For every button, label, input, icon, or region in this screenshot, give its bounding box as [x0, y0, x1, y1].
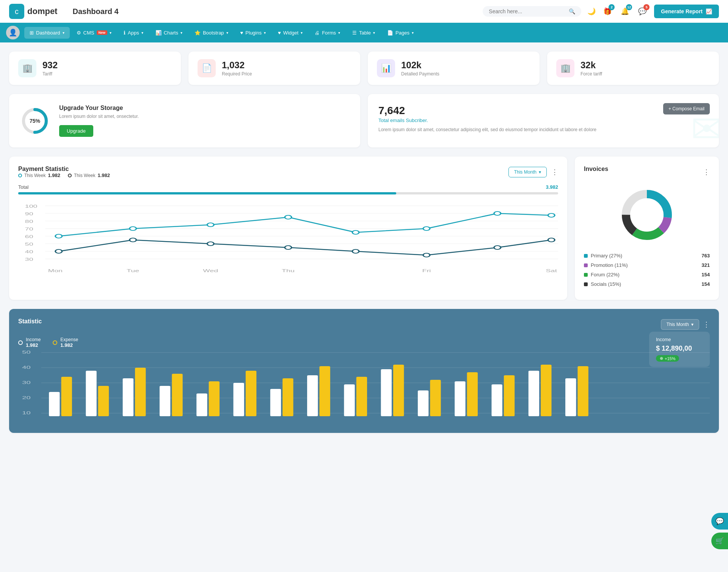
payments-label: Detalled Payments [401, 71, 439, 77]
nav-item-charts[interactable]: 📊 Charts ▾ [150, 27, 188, 39]
svg-point-33 [548, 238, 555, 242]
chevron-down-icon-bootstrap: ▾ [226, 31, 228, 35]
more-options-button[interactable]: ⋮ [551, 168, 558, 176]
legend-num-promotion: 321 [701, 262, 710, 268]
email-bg-icon: ✉ [691, 107, 719, 147]
charts-icon: 📊 [155, 30, 162, 36]
search-icon: 🔍 [569, 8, 575, 14]
nav-item-apps[interactable]: ℹ Apps ▾ [118, 27, 149, 39]
chevron-down-icon-plugins: ▾ [264, 31, 266, 35]
svg-point-26 [55, 249, 62, 253]
svg-rect-80 [491, 384, 502, 416]
stat-info-price: 1,032 Required Price [222, 60, 252, 77]
cms-icon: ⚙ [77, 30, 81, 36]
legend-label-socials: Socials (15%) [591, 281, 621, 287]
chevron-down-icon-table: ▾ [373, 31, 375, 35]
svg-rect-65 [209, 381, 220, 416]
nav-item-plugins[interactable]: ♥ Plugins ▾ [235, 27, 271, 39]
nav-item-forms[interactable]: 🖨 Forms ▾ [309, 27, 345, 39]
legend-label-primary: Primary (27%) [591, 253, 622, 259]
bottom-chart-header: Statistic This Month ▾ ⋮ [18, 318, 710, 331]
income-legend-value: 1.982 [26, 342, 41, 348]
stat-card-price: 📄 1,032 Required Price [188, 52, 360, 85]
storage-info: Upgrade Your Storage Lorem ipsum dolor s… [59, 105, 139, 137]
svg-rect-72 [344, 384, 355, 416]
header: c dompet Dashboard 4 🔍 🌙 🎁 2 🔔 12 💬 5 Ge… [0, 0, 728, 23]
svg-text:Tue: Tue [127, 268, 139, 273]
force-label: Force tariff [581, 71, 602, 77]
svg-point-27 [130, 238, 136, 242]
logo[interactable]: c dompet [9, 4, 57, 19]
svg-text:20: 20 [22, 396, 31, 400]
expense-legend-item: Expense 1.982 [53, 337, 78, 348]
search-bar[interactable]: 🔍 [483, 6, 581, 17]
chevron-down-icon-month: ▾ [539, 169, 541, 175]
notification-button[interactable]: 🔔 12 [619, 6, 631, 17]
legend-left-promotion: Promotion (11%) [584, 262, 628, 268]
generate-report-button[interactable]: Generate Report 📈 [654, 5, 719, 18]
legend-square-promotion [584, 263, 588, 267]
invoices-more-button[interactable]: ⋮ [703, 168, 710, 176]
page-title: Dashboard 4 [72, 7, 483, 16]
stat-info-tariff: 932 Tariff [42, 60, 58, 77]
legend-square-forum [584, 273, 588, 277]
legend-label-1: This Week [24, 173, 46, 178]
nav-label-forms: Forms [322, 30, 336, 36]
nav-label-cms: CMS [83, 30, 94, 36]
this-month-button[interactable]: This Month ▾ [508, 167, 547, 177]
legend-row-forum: Forum (22%) 154 [584, 272, 710, 277]
legend-label-promotion: Promotion (11%) [591, 262, 628, 268]
chart-header-left: Payment Statistic This Week 1.982 This W… [18, 166, 110, 178]
svg-point-32 [494, 246, 501, 249]
expense-dot [53, 340, 57, 345]
nav-label-widget: Widget [283, 30, 298, 36]
logo-icon: c [9, 4, 24, 19]
generate-report-label: Generate Report [661, 8, 703, 14]
nav-label-bootstrap: Bootstrap [203, 30, 224, 36]
nav-item-table[interactable]: ☰ Table ▾ [347, 27, 380, 39]
invoices-donut [584, 185, 710, 245]
month-label: This Month [514, 169, 537, 175]
search-input[interactable] [489, 8, 566, 14]
legend-num-forum: 154 [701, 272, 710, 277]
svg-text:60: 60 [25, 234, 33, 239]
plugins-icon: ♥ [240, 30, 243, 36]
dark-mode-button[interactable]: 🌙 [587, 7, 596, 16]
total-value: 3.982 [546, 184, 558, 190]
nav-item-widget[interactable]: ♥ Widget ▾ [273, 27, 308, 39]
svg-rect-78 [455, 381, 465, 416]
svg-text:70: 70 [25, 227, 33, 231]
legend-dot-teal [18, 174, 22, 177]
legend-item-1: This Week 1.982 [18, 172, 60, 178]
main-content: 🏢 932 Tariff 📄 1,032 Required Price 📊 10… [0, 42, 728, 442]
notification-badge: 12 [626, 4, 632, 10]
svg-point-30 [352, 249, 359, 253]
statistic-month-button[interactable]: This Month ▾ [661, 319, 699, 330]
price-label: Required Price [222, 71, 252, 77]
statistic-title: Statistic [18, 318, 42, 325]
statistic-more-button[interactable]: ⋮ [703, 320, 710, 329]
svg-rect-69 [282, 378, 293, 416]
invoices-card: Invoices ⋮ [575, 157, 719, 300]
stat-info-force: 32k Force tariff [581, 60, 602, 77]
upgrade-button[interactable]: Upgrade [59, 125, 93, 137]
chat-button[interactable]: 💬 5 [637, 6, 648, 17]
gift-badge: 2 [609, 4, 615, 10]
svg-point-21 [285, 215, 292, 219]
nav-label-charts: Charts [164, 30, 178, 36]
nav-item-bootstrap[interactable]: ⭐ Bootstrap ▾ [189, 27, 234, 39]
gift-button[interactable]: 🎁 2 [602, 6, 613, 17]
svg-rect-84 [565, 378, 576, 416]
email-count: 7,642 [378, 105, 708, 117]
bootstrap-icon: ⭐ [195, 30, 201, 36]
chevron-down-icon-forms: ▾ [338, 31, 340, 35]
legend-num-primary: 763 [701, 253, 710, 259]
svg-point-19 [130, 227, 136, 230]
svg-rect-82 [529, 371, 539, 416]
nav-item-pages[interactable]: 📄 Pages ▾ [382, 27, 419, 39]
payments-icon: 📊 [377, 59, 395, 77]
widget-icon: ♥ [278, 30, 281, 36]
nav-item-dashboard[interactable]: ⊞ Dashboard ▾ [24, 27, 70, 39]
svg-rect-71 [319, 366, 330, 416]
nav-item-cms[interactable]: ⚙ CMS New ▾ [71, 27, 117, 39]
